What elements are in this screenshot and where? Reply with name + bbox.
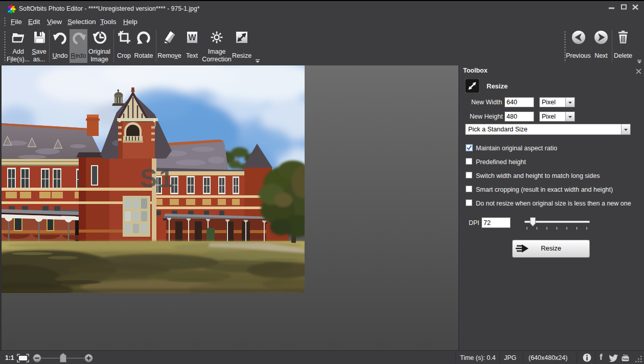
svg-text:You: You	[623, 354, 628, 357]
svg-text:Tube: Tube	[622, 357, 628, 360]
svg-text:W: W	[188, 33, 196, 42]
svg-text:S1: S1	[140, 164, 175, 193]
